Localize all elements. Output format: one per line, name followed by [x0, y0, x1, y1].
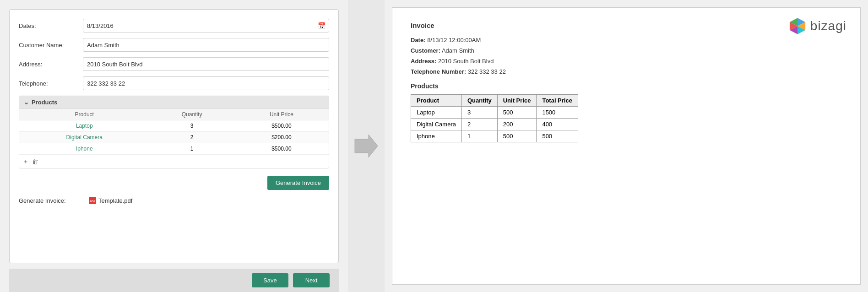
invoice-col-header: Quantity	[461, 95, 497, 107]
invoice-paper: bizagi Invoice Date: 8/13/12 12:00:00AM …	[392, 7, 861, 285]
invoice-date-value: 8/13/12 12:00:00AM	[427, 37, 481, 43]
table-row: Iphone 1 $500.00	[19, 143, 329, 155]
col-quantity: Quantity	[150, 109, 234, 120]
generate-invoice-label: Generate Invoice:	[19, 197, 83, 204]
dates-label: Dates:	[19, 22, 83, 29]
invoice-date-row: Date: 8/13/12 12:00:00AM	[411, 37, 842, 43]
svg-marker-2	[355, 135, 378, 157]
telephone-label: Telephone:	[19, 80, 83, 87]
generate-label-row: Generate Invoice: PDF Template.pdf	[19, 196, 329, 205]
bottom-bar: Save Next	[9, 269, 339, 292]
inv-quantity: 2	[461, 119, 497, 130]
invoice-title: Invoice	[411, 22, 842, 29]
product-cell: Digital Camera	[19, 132, 150, 143]
inv-total-price: 400	[537, 119, 578, 130]
invoice-col-header: Product	[411, 95, 462, 107]
inv-product: Iphone	[411, 130, 462, 142]
invoice-table-row: Iphone 1 500 500	[411, 130, 578, 142]
products-table-header-row: Product Quantity Unit Price	[19, 109, 329, 120]
right-panel: bizagi Invoice Date: 8/13/12 12:00:00AM …	[385, 0, 868, 292]
table-row: Laptop 3 $500.00	[19, 120, 329, 132]
add-row-icon[interactable]: +	[24, 158, 27, 165]
products-table: Product Quantity Unit Price Laptop 3 $50…	[19, 108, 329, 155]
inv-total-price: 1500	[537, 107, 578, 119]
next-button[interactable]: Next	[293, 273, 330, 287]
invoice-telephone-value: 322 332 33 22	[468, 68, 506, 75]
invoice-date-label: Date:	[411, 37, 426, 43]
save-button[interactable]: Save	[252, 273, 288, 287]
invoice-address-label: Address:	[411, 58, 436, 65]
invoice-telephone-label: Telephone Number:	[411, 68, 466, 75]
telephone-input[interactable]	[83, 76, 329, 90]
arrow-section	[348, 0, 385, 292]
bizagi-hexagon-icon	[788, 17, 807, 35]
product-cell: Laptop	[19, 120, 150, 132]
invoice-customer-label: Customer:	[411, 47, 440, 54]
invoice-table-header: ProductQuantityUnit PriceTotal Price	[411, 95, 578, 107]
generate-invoice-button[interactable]: Generate Invoice	[267, 176, 329, 190]
pdf-icon: PDF	[88, 196, 97, 205]
left-panel: Dates: 📅 Customer Name: Address: Telepho…	[0, 0, 348, 292]
unit-price-cell: $500.00	[234, 120, 329, 132]
address-row: Address:	[19, 57, 329, 71]
products-header-label: Products	[32, 99, 57, 106]
calendar-icon[interactable]: 📅	[318, 22, 326, 29]
address-input[interactable]	[83, 57, 329, 71]
products-section: ⌄ Products Product Quantity Unit Price L…	[19, 96, 329, 168]
table-row: Digital Camera 2 $200.00	[19, 132, 329, 143]
delete-row-icon[interactable]: 🗑	[32, 158, 38, 165]
invoice-customer-value: Adam Smith	[442, 47, 474, 54]
invoice-col-header: Unit Price	[497, 95, 537, 107]
dates-input[interactable]	[83, 19, 329, 32]
invoice-table-row: Digital Camera 2 200 400	[411, 119, 578, 130]
quantity-cell: 3	[150, 120, 234, 132]
customer-label: Customer Name:	[19, 42, 83, 49]
svg-text:PDF: PDF	[90, 200, 95, 203]
chevron-down-icon: ⌄	[24, 99, 29, 106]
inv-quantity: 3	[461, 107, 497, 119]
col-unit-price: Unit Price	[234, 109, 329, 120]
customer-row: Customer Name:	[19, 38, 329, 52]
invoice-col-header: Total Price	[537, 95, 578, 107]
invoice-table-row: Laptop 3 500 1500	[411, 107, 578, 119]
col-product: Product	[19, 109, 150, 120]
customer-input[interactable]	[83, 38, 329, 52]
invoice-telephone-row: Telephone Number: 322 332 33 22	[411, 68, 842, 75]
quantity-cell: 1	[150, 143, 234, 155]
telephone-row: Telephone:	[19, 76, 329, 90]
unit-price-cell: $500.00	[234, 143, 329, 155]
invoice-customer-row: Customer: Adam Smith	[411, 47, 842, 54]
pdf-link[interactable]: PDF Template.pdf	[88, 196, 132, 205]
dates-row: Dates: 📅	[19, 19, 329, 32]
address-label: Address:	[19, 61, 83, 68]
inv-unit-price: 200	[497, 119, 537, 130]
logo-text: bizagi	[810, 19, 846, 33]
product-cell: Iphone	[19, 143, 150, 155]
generate-section: Generate Invoice Generate Invoice: PDF T…	[19, 176, 329, 205]
invoice-products-title: Products	[411, 82, 842, 90]
quantity-cell: 2	[150, 132, 234, 143]
unit-price-cell: $200.00	[234, 132, 329, 143]
products-header[interactable]: ⌄ Products	[19, 96, 329, 108]
inv-unit-price: 500	[497, 130, 537, 142]
inv-product: Laptop	[411, 107, 462, 119]
inv-product: Digital Camera	[411, 119, 462, 130]
dates-wrapper: 📅	[83, 19, 329, 32]
invoice-table: ProductQuantityUnit PriceTotal Price Lap…	[411, 94, 578, 142]
table-actions: + 🗑	[19, 155, 329, 168]
inv-total-price: 500	[537, 130, 578, 142]
invoice-address-value: 2010 South Bolt Blvd	[438, 58, 494, 65]
inv-quantity: 1	[461, 130, 497, 142]
right-arrow-icon	[353, 132, 380, 160]
invoice-address-row: Address: 2010 South Bolt Blvd	[411, 58, 842, 65]
form-area: Dates: 📅 Customer Name: Address: Telepho…	[9, 9, 339, 263]
bizagi-logo: bizagi	[788, 17, 846, 35]
pdf-filename: Template.pdf	[98, 197, 132, 204]
inv-unit-price: 500	[497, 107, 537, 119]
